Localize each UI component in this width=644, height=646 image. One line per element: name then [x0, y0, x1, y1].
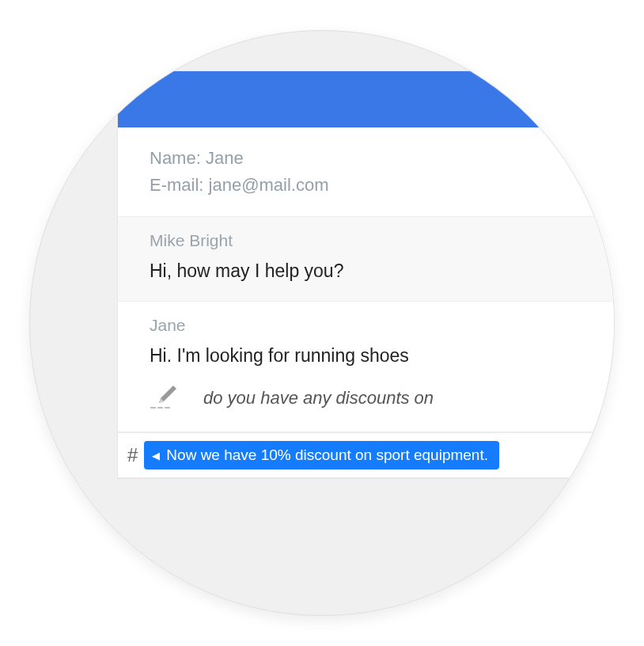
contact-email-line: E-mail: jane@mail.com	[150, 172, 615, 199]
message-sender: Mike Bright	[150, 231, 615, 250]
canned-response-chip[interactable]: ◀ Now we have 10% discount on sport equi…	[144, 441, 499, 469]
message-block: Mike Bright Hi, how may I help you?	[118, 217, 615, 302]
contact-name-line: Name: Jane	[150, 145, 615, 172]
pencil-icon	[150, 382, 184, 414]
message-block: Jane Hi. I'm looking for running shoes d…	[118, 302, 615, 432]
circle-frame: Chat with Jane Name: Jane E-mail: jane@m…	[29, 30, 615, 616]
typing-indicator: do you have any discounts on	[150, 382, 615, 414]
contact-name-label: Name:	[150, 148, 206, 168]
message-sender: Jane	[150, 316, 615, 335]
canned-response-text: Now we have 10% discount on sport equipm…	[166, 446, 488, 464]
message-text: Hi, how may I help you?	[150, 258, 615, 283]
typing-text: do you have any discounts on	[203, 388, 434, 408]
contact-email-value: jane@mail.com	[209, 175, 329, 195]
chevron-left-icon: ◀	[152, 450, 160, 461]
contact-email-label: E-mail:	[150, 175, 209, 195]
contact-name-value: Jane	[206, 148, 244, 168]
chat-panel: Chat with Jane Name: Jane E-mail: jane@m…	[117, 70, 615, 479]
chat-header: Chat with Jane	[118, 71, 615, 127]
hash-trigger-icon: #	[126, 444, 144, 466]
canned-response-bar[interactable]: # ◀ Now we have 10% discount on sport eq…	[118, 432, 615, 478]
contact-info: Name: Jane E-mail: jane@mail.com	[118, 127, 615, 217]
chat-header-title: Chat with Jane	[528, 89, 615, 109]
message-text: Hi. I'm looking for running shoes	[150, 343, 615, 368]
